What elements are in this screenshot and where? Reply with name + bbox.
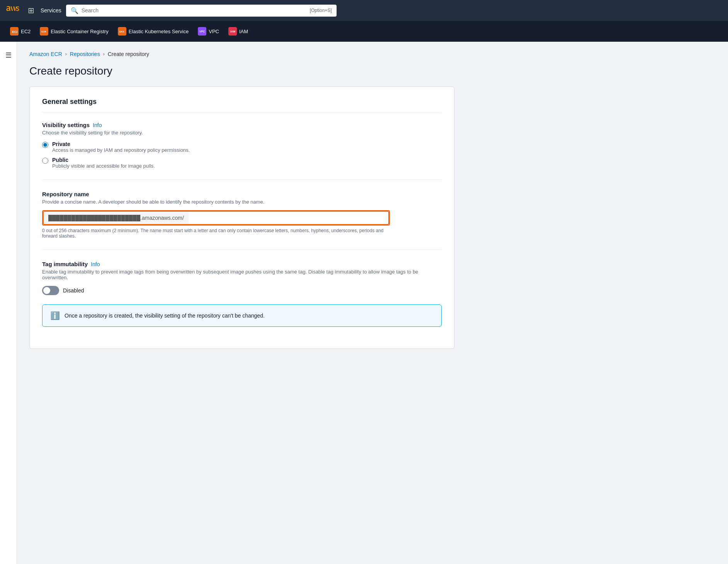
sidebar-item-vpc[interactable]: VPC VPC xyxy=(194,25,223,38)
iam-label: IAM xyxy=(239,29,248,34)
sidebar-item-iam[interactable]: IAM IAM xyxy=(225,25,252,38)
visibility-info-link[interactable]: Info xyxy=(93,122,102,128)
visibility-private-label: Private xyxy=(52,141,190,147)
aws-logo[interactable] xyxy=(6,3,20,17)
visibility-private-desc: Access is managed by IAM and repository … xyxy=(52,147,190,153)
visibility-private-option[interactable]: Private Access is managed by IAM and rep… xyxy=(42,141,442,153)
breadcrumb: Amazon ECR › Repositories › Create repos… xyxy=(29,51,716,57)
ec2-label: EC2 xyxy=(21,29,31,34)
tag-immutability-toggle[interactable] xyxy=(42,286,59,295)
breadcrumb-current: Create repository xyxy=(108,51,149,57)
info-box-icon: ℹ️ xyxy=(50,311,60,320)
repo-name-title: Repository name xyxy=(42,191,89,197)
search-input[interactable] xyxy=(82,7,307,14)
iam-icon: IAM xyxy=(228,27,237,36)
search-bar[interactable]: 🔍 [Option+S] xyxy=(66,5,337,17)
tag-immutability-section: Tag immutability Info Enable tag immutab… xyxy=(42,261,442,327)
eks-label: Elastic Kubernetes Service xyxy=(129,29,189,34)
info-box: ℹ️ Once a repository is created, the vis… xyxy=(42,304,442,327)
svg-text:EC2: EC2 xyxy=(12,30,17,34)
search-shortcut: [Option+S] xyxy=(310,8,332,13)
tag-immutability-description: Enable tag immutability to prevent image… xyxy=(42,269,442,280)
ecr-label: Elastic Container Registry xyxy=(51,29,109,34)
divider-2 xyxy=(42,250,442,250)
repo-name-input[interactable] xyxy=(189,211,389,225)
toggle-slider xyxy=(42,286,59,295)
sidebar-item-ec2[interactable]: EC2 EC2 xyxy=(6,25,34,38)
tag-immutability-header: Tag immutability Info xyxy=(42,261,442,267)
svg-text:VPC: VPC xyxy=(199,30,205,33)
breadcrumb-separator-1: › xyxy=(65,51,67,57)
general-settings-card: General settings Visibility settings Inf… xyxy=(29,87,454,349)
main-wrapper: ☰ Amazon ECR › Repositories › Create rep… xyxy=(0,42,728,564)
visibility-public-radio[interactable] xyxy=(42,158,48,164)
services-label[interactable]: Services xyxy=(41,7,61,14)
tag-immutability-info-link[interactable]: Info xyxy=(91,261,100,267)
repo-name-description: Provide a concise name. A developer shou… xyxy=(42,199,442,205)
repo-name-row: ████████████████████████.amazonaws.com/ xyxy=(42,210,390,226)
tag-immutability-toggle-label: Disabled xyxy=(63,287,84,294)
search-icon: 🔍 xyxy=(71,7,78,14)
repo-name-header: Repository name xyxy=(42,191,442,197)
sidebar-item-ecr[interactable]: ECR Elastic Container Registry xyxy=(36,25,112,38)
repository-name-section: Repository name Provide a concise name. … xyxy=(42,191,442,239)
tag-immutability-toggle-row: Disabled xyxy=(42,286,442,295)
visibility-private-radio[interactable] xyxy=(42,142,48,148)
visibility-title: Visibility settings xyxy=(42,122,90,128)
breadcrumb-repositories-link[interactable]: Repositories xyxy=(70,51,100,57)
repo-prefix: ████████████████████████.amazonaws.com/ xyxy=(43,211,189,225)
visibility-public-desc: Publicly visible and accessible for imag… xyxy=(52,163,155,169)
breadcrumb-ecr-link[interactable]: Amazon ECR xyxy=(29,51,62,57)
ecr-icon: ECR xyxy=(40,27,48,36)
visibility-radio-group: Private Access is managed by IAM and rep… xyxy=(42,141,442,169)
svg-text:EKS: EKS xyxy=(119,31,124,33)
hamburger-icon[interactable]: ☰ xyxy=(2,48,15,63)
visibility-description: Choose the visibility setting for the re… xyxy=(42,130,442,136)
sidebar-item-eks[interactable]: EKS Elastic Kubernetes Service xyxy=(114,25,192,38)
service-navigation: EC2 EC2 ECR Elastic Container Registry E… xyxy=(0,21,728,42)
divider-1 xyxy=(42,180,442,180)
visibility-public-label: Public xyxy=(52,157,155,163)
visibility-public-label-group: Public Publicly visible and accessible f… xyxy=(52,157,155,169)
repo-name-hint: 0 out of 256 characters maximum (2 minim… xyxy=(42,228,390,239)
info-box-text: Once a repository is created, the visibi… xyxy=(65,313,265,319)
content-area: Amazon ECR › Repositories › Create repos… xyxy=(17,42,728,564)
sidebar: ☰ xyxy=(0,42,17,564)
grid-icon[interactable]: ⊞ xyxy=(26,4,36,17)
eks-icon: EKS xyxy=(118,27,126,36)
tag-immutability-title: Tag immutability xyxy=(42,261,88,267)
general-settings-title: General settings xyxy=(42,98,442,112)
visibility-private-label-group: Private Access is managed by IAM and rep… xyxy=(52,141,190,153)
breadcrumb-separator-2: › xyxy=(103,51,105,57)
vpc-icon: VPC xyxy=(198,27,206,36)
vpc-label: VPC xyxy=(209,29,219,34)
svg-text:IAM: IAM xyxy=(230,30,235,33)
ec2-icon: EC2 xyxy=(10,27,19,36)
visibility-header: Visibility settings Info xyxy=(42,122,442,128)
page-title: Create repository xyxy=(29,65,716,77)
visibility-public-option[interactable]: Public Publicly visible and accessible f… xyxy=(42,157,442,169)
svg-text:ECR: ECR xyxy=(41,31,46,33)
top-navigation: ⊞ Services 🔍 [Option+S] xyxy=(0,0,728,21)
visibility-settings-section: Visibility settings Info Choose the visi… xyxy=(42,122,442,169)
